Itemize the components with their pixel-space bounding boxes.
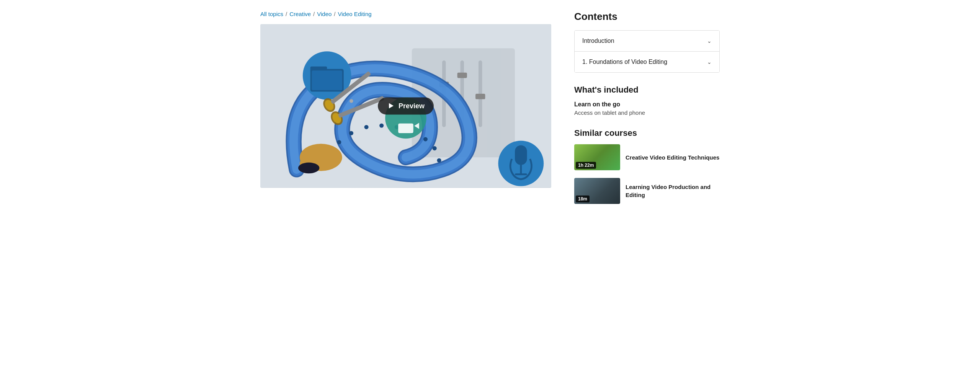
svg-rect-38	[398, 124, 413, 133]
breadcrumb-video[interactable]: Video	[317, 11, 332, 17]
main-content: All topics / Creative / Video / Video Ed…	[260, 11, 551, 212]
course-thumb-2: 18m	[574, 178, 620, 204]
chevron-down-icon-2: ⌄	[707, 59, 712, 65]
svg-marker-40	[389, 103, 394, 109]
svg-rect-35	[520, 165, 522, 174]
accordion-item-foundations: 1. Foundations of Video Editing ⌄	[575, 52, 719, 72]
included-item-learn-on-go: Learn on the go Access on tablet and pho…	[574, 101, 720, 116]
similar-courses-title: Similar courses	[574, 128, 720, 138]
accordion-header-foundations[interactable]: 1. Foundations of Video Editing ⌄	[575, 52, 719, 72]
svg-rect-36	[515, 173, 527, 175]
play-icon	[387, 102, 395, 110]
whats-included-title: What's included	[574, 85, 720, 95]
course-title-1: Creative Video Editing Techniques	[626, 153, 719, 161]
breadcrumb-creative[interactable]: Creative	[289, 11, 311, 17]
svg-point-12	[364, 125, 369, 129]
svg-point-18	[437, 158, 441, 163]
svg-point-32	[298, 163, 319, 174]
accordion-label-introduction: Introduction	[582, 37, 614, 44]
learn-on-go-title: Learn on the go	[574, 101, 720, 108]
svg-point-17	[433, 146, 437, 150]
course-image-bg: Preview	[260, 24, 551, 188]
page-wrapper: All topics / Creative / Video / Video Ed…	[245, 0, 735, 222]
sidebar: Contents Introduction ⌄ 1. Foundations o…	[574, 11, 720, 212]
preview-button[interactable]: Preview	[378, 97, 434, 114]
similar-course-1[interactable]: 1h 22m Creative Video Editing Techniques	[574, 144, 720, 170]
similar-courses-section: Similar courses 1h 22m Creative Video Ed…	[574, 128, 720, 204]
contents-title: Contents	[574, 11, 720, 23]
svg-point-16	[423, 137, 428, 141]
svg-point-11	[349, 131, 353, 135]
accordion-item-introduction: Introduction ⌄	[575, 31, 719, 52]
breadcrumb-all-topics[interactable]: All topics	[260, 11, 283, 17]
svg-point-10	[337, 140, 341, 144]
course-duration-2: 18m	[576, 196, 590, 202]
svg-point-13	[379, 124, 384, 128]
breadcrumb: All topics / Creative / Video / Video Ed…	[260, 11, 551, 17]
whats-included-section: What's included Learn on the go Access o…	[574, 85, 720, 116]
accordion-header-introduction[interactable]: Introduction ⌄	[575, 31, 719, 51]
course-title-2: Learning Video Production and Editing	[626, 183, 720, 199]
svg-rect-6	[457, 73, 467, 78]
breadcrumb-sep-1: /	[286, 11, 287, 17]
svg-rect-22	[312, 70, 342, 90]
chevron-down-icon: ⌄	[707, 38, 712, 44]
course-thumb-1: 1h 22m	[574, 144, 620, 170]
similar-course-2[interactable]: 18m Learning Video Production and Editin…	[574, 178, 720, 204]
course-duration-1: 1h 22m	[576, 162, 596, 169]
learn-on-go-desc: Access on tablet and phone	[574, 109, 720, 116]
breadcrumb-sep-2: /	[313, 11, 315, 17]
contents-accordion: Introduction ⌄ 1. Foundations of Video E…	[574, 30, 720, 73]
breadcrumb-sep-3: /	[334, 11, 335, 17]
svg-rect-34	[515, 145, 527, 165]
preview-button-label: Preview	[399, 102, 425, 110]
accordion-label-foundations: 1. Foundations of Video Editing	[582, 59, 667, 65]
svg-rect-7	[475, 94, 485, 99]
course-image-container: Preview	[260, 24, 551, 188]
breadcrumb-current: Video Editing	[338, 11, 372, 17]
